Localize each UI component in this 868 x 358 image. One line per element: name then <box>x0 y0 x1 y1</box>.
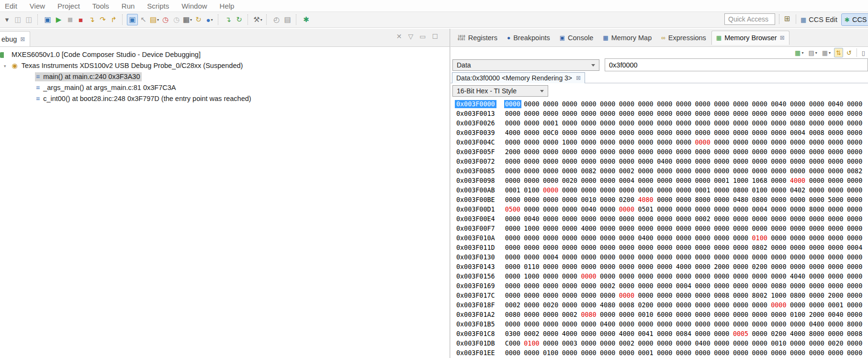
memory-word[interactable]: 0000 <box>827 321 846 328</box>
debug-tree-row[interactable]: ≡_args_main() at args_main.c:81 0x3F7C3A <box>0 82 450 93</box>
memory-word[interactable]: 2000 <box>827 292 846 299</box>
memory-word[interactable]: 0000 <box>523 292 542 299</box>
close-icon[interactable]: ⊠ <box>780 34 785 41</box>
memory-word[interactable]: 0000 <box>599 120 618 127</box>
memory-word[interactable]: 0001 <box>542 120 561 127</box>
memory-word[interactable]: 0000 <box>751 340 770 347</box>
memory-word[interactable]: 0000 <box>523 254 542 261</box>
memory-word[interactable]: 0000 <box>846 129 865 136</box>
memory-word[interactable]: 0000 <box>618 273 637 280</box>
memory-word[interactable]: 0000 <box>504 139 523 146</box>
memory-word[interactable]: 0001 <box>504 187 523 194</box>
memory-word[interactable]: 0000 <box>656 244 675 251</box>
memory-word[interactable]: 0000 <box>770 215 789 223</box>
memory-word[interactable]: 0000 <box>770 302 789 309</box>
memory-word[interactable]: 0000 <box>580 302 599 309</box>
memory-word[interactable]: 0000 <box>675 235 694 242</box>
memory-address[interactable]: 0x003F01EE <box>455 349 496 357</box>
memory-word[interactable]: 0000 <box>713 129 732 136</box>
memory-word[interactable]: 0000 <box>751 139 770 146</box>
memory-word[interactable]: 0000 <box>694 158 713 165</box>
memory-word[interactable]: 0000 <box>675 302 694 309</box>
step-into-icon[interactable]: ↴ <box>86 14 97 25</box>
memory-word[interactable]: 0000 <box>770 244 789 251</box>
memory-word[interactable]: 0001 <box>713 177 732 184</box>
memory-word[interactable]: 0000 <box>675 187 694 194</box>
asm-step-into-icon[interactable]: ↴ <box>223 14 234 25</box>
memory-word[interactable]: 0000 <box>808 139 827 146</box>
memory-word[interactable]: 0000 <box>656 139 675 146</box>
memory-word[interactable]: 0008 <box>618 302 637 309</box>
memory-word[interactable]: 0000 <box>618 148 637 156</box>
memory-word[interactable]: 0802 <box>751 244 770 251</box>
memory-word[interactable]: 0000 <box>542 340 561 347</box>
memory-word[interactable]: 0000 <box>827 215 846 223</box>
memory-word[interactable]: 0200 <box>618 196 637 203</box>
memory-word[interactable]: 0000 <box>694 282 713 290</box>
memory-word[interactable]: 0000 <box>827 110 846 117</box>
memory-word[interactable]: 0000 <box>637 158 656 165</box>
memory-word[interactable]: 0000 <box>580 177 599 184</box>
memory-word[interactable]: 0000 <box>732 139 751 146</box>
memory-word[interactable]: 0010 <box>580 196 599 203</box>
memory-word[interactable]: 0000 <box>846 225 865 232</box>
memory-word[interactable]: 0000 <box>656 120 675 127</box>
memory-word[interactable]: 0020 <box>542 302 561 309</box>
open-trace-folder-icon[interactable]: ▤▾ <box>149 14 160 25</box>
dropdown-arrow-icon[interactable]: ▾ <box>829 51 831 55</box>
clipped-icon[interactable]: ▯ <box>860 48 867 57</box>
memory-word[interactable]: 0000 <box>504 263 523 270</box>
memory-address[interactable]: 0x003F0026 <box>455 119 496 127</box>
memory-word[interactable]: 0000 <box>732 120 751 127</box>
restart-icon[interactable]: ▣ <box>127 14 138 25</box>
memory-word[interactable]: 0000 <box>751 158 770 165</box>
save-all-icon[interactable]: ◫ <box>23 14 34 25</box>
memory-word[interactable]: 0000 <box>504 349 523 357</box>
memory-word[interactable]: 0000 <box>523 177 542 184</box>
menu-item-run[interactable]: Run <box>115 2 141 10</box>
memory-word[interactable]: 0000 <box>732 168 751 175</box>
memory-word[interactable]: 0000 <box>523 168 542 175</box>
memory-word[interactable]: 0000 <box>808 254 827 261</box>
memory-word[interactable]: 0000 <box>770 158 789 165</box>
memory-format-select[interactable]: 16-Bit Hex - TI Style <box>452 85 548 97</box>
memory-word[interactable]: 0000 <box>618 311 637 318</box>
memory-word[interactable]: 0000 <box>599 254 618 261</box>
memory-address[interactable]: 0x003F018F <box>455 301 496 309</box>
memory-word[interactable]: 0000 <box>751 311 770 318</box>
memory-word[interactable]: 0000 <box>846 187 865 194</box>
terminate-icon[interactable]: ■ <box>75 14 86 25</box>
memory-word[interactable]: 0000 <box>694 302 713 309</box>
memory-word[interactable]: 0000 <box>675 168 694 175</box>
memory-word[interactable]: 0000 <box>808 177 827 184</box>
memory-word[interactable]: 4080 <box>637 196 656 203</box>
memory-word[interactable]: 1068 <box>751 177 770 184</box>
load-memory-icon[interactable]: ▦▾ <box>821 48 832 57</box>
memory-word[interactable]: 0000 <box>713 139 732 146</box>
memory-word[interactable]: 0000 <box>808 168 827 175</box>
memory-word[interactable]: 0020 <box>561 177 580 184</box>
memory-word[interactable]: 0000 <box>846 273 865 280</box>
memory-word[interactable]: 0000 <box>637 148 656 156</box>
memory-word[interactable]: 0000 <box>599 340 618 347</box>
memory-word[interactable]: 0000 <box>770 148 789 156</box>
memory-address[interactable]: 0x003F01B5 <box>455 320 496 328</box>
memory-word[interactable]: 0000 <box>846 206 865 213</box>
memory-word[interactable]: 0000 <box>561 129 580 136</box>
memory-word[interactable]: 0000 <box>713 225 732 232</box>
memory-address[interactable]: 0x003F011D <box>455 244 496 252</box>
memory-word[interactable]: 0000 <box>542 196 561 203</box>
memory-word[interactable]: 0000 <box>637 215 656 223</box>
fill-memory-icon[interactable]: ▦▾ <box>793 48 805 57</box>
memory-word[interactable]: 0000 <box>751 225 770 232</box>
memory-word[interactable]: 0200 <box>637 302 656 309</box>
memory-word[interactable]: 0000 <box>770 206 789 213</box>
memory-word[interactable]: 0040 <box>523 215 542 223</box>
memory-address[interactable]: 0x003F01DB <box>455 339 496 347</box>
memory-word[interactable]: 0000 <box>675 129 694 136</box>
memory-word[interactable]: 0000 <box>732 148 751 156</box>
memory-word[interactable]: 0000 <box>694 177 713 184</box>
step-return-icon[interactable]: ↱ <box>108 14 119 25</box>
memory-word[interactable]: 0000 <box>675 349 694 357</box>
memory-word[interactable]: 0000 <box>561 187 580 194</box>
